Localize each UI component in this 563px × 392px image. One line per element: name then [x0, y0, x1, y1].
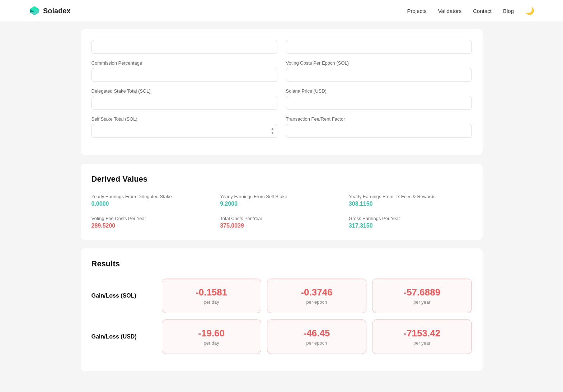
self-stake-label: Self Stake Total (SOL)	[92, 116, 277, 122]
result-value-1-0: -19.60	[168, 328, 255, 339]
tx-fee-label: Transaction Fee/Rent Factor	[286, 116, 472, 122]
left-column: 1000 Commission Percentage 0 Delegated S…	[92, 40, 277, 144]
main-nav: Projects Validators Contact Blog 🌙	[407, 6, 534, 15]
spinner-up[interactable]: ▲	[271, 127, 275, 131]
result-value-0-1: -0.3746	[273, 287, 360, 298]
dark-mode-toggle[interactable]: 🌙	[525, 6, 534, 15]
delegated-stake-label: Delegated Stake Total (SOL)	[92, 88, 277, 94]
derived-item-2: Yearly Earnings From Tx Fees & Rewards 3…	[349, 194, 472, 207]
result-card-1-1: -46.45 per epoch	[267, 319, 366, 354]
result-period-0-2: per year	[378, 299, 465, 305]
result-card-1-0: -19.60 per day	[162, 319, 261, 354]
main-content: 1000 Commission Percentage 0 Delegated S…	[66, 22, 497, 392]
derived-label-3: Voting Fee Costs Per Year	[92, 216, 215, 221]
row-label-0: Gain/Loss (SOL)	[92, 293, 156, 299]
top-right-input[interactable]: 0.92	[286, 40, 472, 54]
commission-input[interactable]: 0	[92, 68, 277, 82]
result-card-0-2: -57.6889 per year	[372, 279, 471, 313]
logo-icon	[29, 5, 40, 17]
derived-value-2: 308.1150	[349, 201, 373, 207]
derived-value-4: 375.0039	[220, 223, 244, 229]
result-period-0-1: per epoch	[273, 299, 360, 305]
result-period-1-2: per year	[378, 340, 465, 346]
results-row-1: Gain/Loss (USD) -19.60 per day -46.45 pe…	[92, 319, 472, 354]
derived-label-1: Yearly Earnings From Self Stake	[220, 194, 343, 199]
derived-item-5: Gross Earnings Per Year 317.3150	[349, 216, 472, 229]
result-period-1-0: per day	[168, 340, 255, 346]
row-label-1: Gain/Loss (USD)	[92, 333, 156, 340]
logo-text: Soladex	[43, 7, 71, 15]
right-column: 0.92 Voting Costs Per Epoch (SOL) 1.9 So…	[286, 40, 472, 144]
top-right-field: 0.92	[286, 40, 472, 54]
tx-fee-input[interactable]: 0.000615	[286, 124, 472, 138]
solana-price-label: Solana Price (USD)	[286, 88, 472, 94]
delegated-stake-field: Delegated Stake Total (SOL) 500000	[92, 88, 277, 110]
derived-value-1: 9.2000	[220, 201, 238, 207]
derived-label-2: Yearly Earnings From Tx Fees & Rewards	[349, 194, 472, 199]
derived-values-title: Derived Values	[92, 174, 472, 184]
delegated-stake-input[interactable]: 500000	[92, 96, 277, 110]
self-stake-field: Self Stake Total (SOL) 1000 ▲ ▼	[92, 116, 277, 138]
result-card-0-1: -0.3746 per epoch	[267, 279, 366, 313]
derived-item-0: Yearly Earnings From Delegated Stake 0.0…	[92, 194, 215, 207]
voting-costs-label: Voting Costs Per Epoch (SOL)	[286, 60, 472, 66]
derived-item-3: Voting Fee Costs Per Year 289.5200	[92, 216, 215, 229]
top-left-field: 1000	[92, 40, 277, 54]
nav-projects[interactable]: Projects	[407, 8, 426, 14]
result-period-1-1: per epoch	[273, 340, 360, 346]
result-value-1-1: -46.45	[273, 328, 360, 339]
self-stake-input[interactable]: 1000	[92, 124, 277, 138]
top-left-input[interactable]: 1000	[92, 40, 277, 54]
result-card-1-2: -7153.42 per year	[372, 319, 471, 354]
voting-costs-field: Voting Costs Per Epoch (SOL) 1.9	[286, 60, 472, 82]
derived-value-3: 289.5200	[92, 223, 116, 229]
logo: Soladex	[29, 5, 71, 17]
derived-value-0: 0.0000	[92, 201, 109, 207]
derived-item-4: Total Costs Per Year 375.0039	[220, 216, 343, 229]
solana-price-field: Solana Price (USD) 124	[286, 88, 472, 110]
spinner-controls[interactable]: ▲ ▼	[271, 127, 275, 135]
derived-values-section: Derived Values Yearly Earnings From Dele…	[81, 164, 483, 240]
input-grid: 1000 Commission Percentage 0 Delegated S…	[81, 29, 483, 155]
derived-value-5: 317.3150	[349, 223, 373, 229]
tx-fee-field: Transaction Fee/Rent Factor 0.000615	[286, 116, 472, 138]
result-card-0-0: -0.1581 per day	[162, 279, 261, 313]
nav-contact[interactable]: Contact	[473, 8, 492, 14]
site-header: Soladex Projects Validators Contact Blog…	[0, 0, 563, 22]
derived-item-1: Yearly Earnings From Self Stake 9.2000	[220, 194, 343, 207]
commission-label: Commission Percentage	[92, 60, 277, 66]
result-value-1-2: -7153.42	[378, 328, 465, 339]
result-period-0-0: per day	[168, 299, 255, 305]
results-title: Results	[92, 259, 472, 269]
commission-field: Commission Percentage 0	[92, 60, 277, 82]
derived-label-4: Total Costs Per Year	[220, 216, 343, 221]
derived-label-0: Yearly Earnings From Delegated Stake	[92, 194, 215, 199]
derived-values-grid: Yearly Earnings From Delegated Stake 0.0…	[92, 194, 472, 229]
result-value-0-2: -57.6889	[378, 287, 465, 298]
results-section: Results Gain/Loss (SOL) -0.1581 per day …	[81, 248, 483, 371]
self-stake-spinner: 1000 ▲ ▼	[92, 124, 277, 138]
nav-blog[interactable]: Blog	[503, 8, 514, 14]
derived-label-5: Gross Earnings Per Year	[349, 216, 472, 221]
nav-validators[interactable]: Validators	[438, 8, 462, 14]
spinner-down[interactable]: ▼	[271, 131, 275, 135]
result-value-0-0: -0.1581	[168, 287, 255, 298]
results-row-0: Gain/Loss (SOL) -0.1581 per day -0.3746 …	[92, 279, 472, 313]
solana-price-input[interactable]: 124	[286, 96, 472, 110]
voting-costs-input[interactable]: 1.9	[286, 68, 472, 82]
